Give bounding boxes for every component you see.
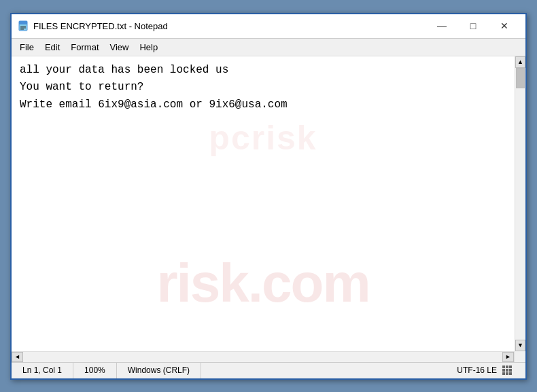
status-line-ending: Windows (CRLF) xyxy=(117,363,201,378)
status-encoding: UTF-16 LE xyxy=(446,363,525,378)
scroll-track-v[interactable] xyxy=(515,68,525,340)
status-zoom: 100% xyxy=(73,363,117,378)
menu-view[interactable]: View xyxy=(105,39,135,54)
close-button[interactable]: ✕ xyxy=(489,16,520,36)
scrollbar-corner xyxy=(515,351,525,362)
editor-area: all your data has been locked usYou want… xyxy=(12,56,525,351)
menu-format[interactable]: Format xyxy=(65,39,104,54)
menu-file[interactable]: File xyxy=(14,39,39,54)
status-bar: Ln 1, Col 1 100% Windows (CRLF) UTF-16 L… xyxy=(12,362,525,378)
window-controls: — □ ✕ xyxy=(426,16,520,36)
bottom-scrollbar-row: ◄ ► xyxy=(12,351,525,362)
notepad-window: FILES ENCRYPTED.txt - Notepad — □ ✕ File… xyxy=(10,13,527,380)
window-title: FILES ENCRYPTED.txt - Notepad xyxy=(33,21,426,31)
maximize-button[interactable]: □ xyxy=(457,16,489,36)
vertical-scrollbar[interactable]: ▲ ▼ xyxy=(515,56,525,351)
watermark-top: pcrisk xyxy=(209,111,317,165)
scroll-track-h[interactable] xyxy=(23,352,502,362)
text-line: all your data has been locked us xyxy=(20,62,506,79)
minimize-button[interactable]: — xyxy=(426,16,457,36)
text-line: Write email 6ix9@asia.com or 9ix6@usa.co… xyxy=(20,96,506,114)
svg-rect-1 xyxy=(19,21,27,24)
status-position: Ln 1, Col 1 xyxy=(12,363,73,378)
text-line: You want to return? xyxy=(20,79,506,96)
watermark-bottom: risk.com xyxy=(156,256,369,310)
text-content[interactable]: all your data has been locked usYou want… xyxy=(12,56,515,351)
scroll-right-button[interactable]: ► xyxy=(502,352,514,362)
menu-bar: File Edit Format View Help xyxy=(12,39,525,56)
horizontal-scrollbar[interactable]: ◄ ► xyxy=(12,352,515,362)
grid-icon xyxy=(502,366,512,375)
menu-edit[interactable]: Edit xyxy=(39,39,65,54)
scroll-up-button[interactable]: ▲ xyxy=(515,56,525,68)
menu-help[interactable]: Help xyxy=(134,39,163,54)
scroll-left-button[interactable]: ◄ xyxy=(12,352,23,362)
scroll-down-button[interactable]: ▼ xyxy=(515,340,525,351)
scroll-thumb-v[interactable] xyxy=(516,68,525,88)
title-bar: FILES ENCRYPTED.txt - Notepad — □ ✕ xyxy=(12,14,525,39)
notepad-icon xyxy=(17,20,29,32)
